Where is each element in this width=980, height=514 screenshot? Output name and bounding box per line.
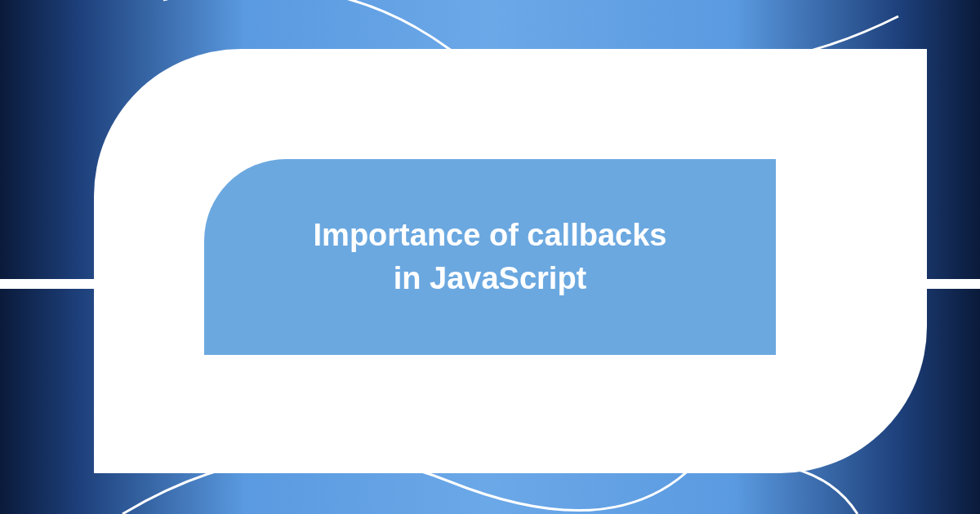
decorative-line-right: [923, 279, 980, 289]
title-line-2: in JavaScript: [394, 261, 587, 295]
title-line-1: Importance of callbacks: [314, 218, 667, 252]
title-panel: Importance of callbacks in JavaScript: [204, 159, 776, 355]
page-title: Importance of callbacks in JavaScript: [281, 214, 700, 300]
decorative-line-left: [0, 279, 106, 289]
